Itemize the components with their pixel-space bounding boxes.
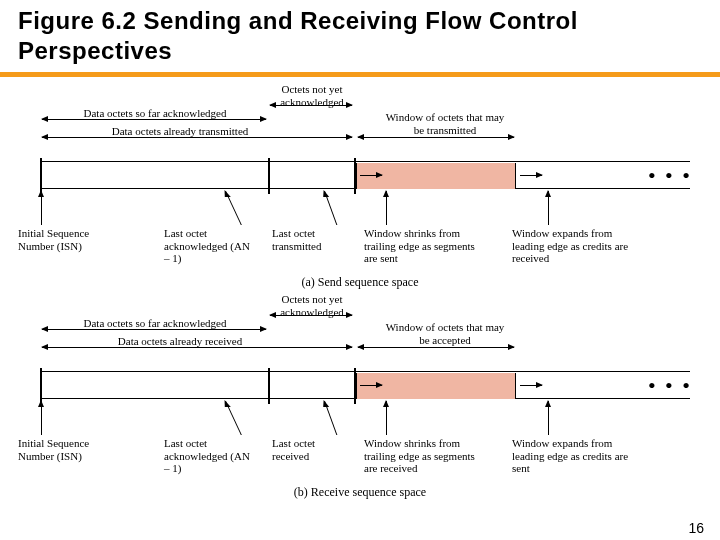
timeline-a: • • • <box>40 161 690 189</box>
tick-lastack-b <box>268 368 270 404</box>
tick-isn-b <box>40 368 42 404</box>
panel-b: • • • Data octets so far acknowledged Da… <box>0 293 720 493</box>
label-ack-b: Data octets so far acknowledged <box>70 317 240 330</box>
range-window-a <box>358 137 514 138</box>
arrow-leading-b <box>520 385 542 386</box>
label-expand-a: Window expands from leading edge as cred… <box>512 227 642 265</box>
label-lasttx-a: Last octet transmitted <box>272 227 348 252</box>
label-shrink-b: Window shrinks from trailing edge as seg… <box>364 437 490 475</box>
leader-lastack-a <box>225 191 242 225</box>
leader-lastack-b <box>225 401 242 435</box>
caption-a: (a) Send sequence space <box>0 275 720 290</box>
label-ack-a: Data octets so far acknowledged <box>70 107 240 120</box>
leader-shrink-b <box>386 401 387 435</box>
page-number: 16 <box>688 520 704 536</box>
title-rule <box>0 72 720 77</box>
leader-lasttx-a <box>324 191 337 225</box>
label-unack-a: Octets not yet acknowledged <box>258 83 366 108</box>
figure-diagram: • • • Data octets so far acknowledged Da… <box>0 83 720 523</box>
label-window-b: Window of octets that may be accepted <box>382 321 508 346</box>
label-tx-a: Data octets already transmitted <box>90 125 270 138</box>
label-shrink-a: Window shrinks from trailing edge as seg… <box>364 227 486 265</box>
tick-lastack <box>268 158 270 194</box>
panel-a: • • • Data octets so far acknowledged Da… <box>0 83 720 283</box>
figure-title: Figure 6.2 Sending and Receiving Flow Co… <box>0 0 720 70</box>
range-window-b <box>358 347 514 348</box>
leader-expand-a <box>548 191 549 225</box>
label-expand-b: Window expands from leading edge as cred… <box>512 437 642 475</box>
label-lastack-a: Last octet acknowledged (AN – 1) <box>164 227 254 265</box>
arrow-trailing-b <box>360 385 382 386</box>
leader-expand-b <box>548 401 549 435</box>
caption-b: (b) Receive sequence space <box>0 485 720 500</box>
label-lastack-b: Last octet acknowledged (AN – 1) <box>164 437 254 475</box>
tick-isn <box>40 158 42 194</box>
ellipsis-a: • • • <box>648 162 692 190</box>
arrow-leading-a <box>520 175 542 176</box>
leader-isn-b <box>41 401 42 435</box>
ellipsis-b: • • • <box>648 372 692 400</box>
label-rx-b: Data octets already received <box>90 335 270 348</box>
label-isn-a: Initial Sequence Number (ISN) <box>18 227 98 252</box>
arrow-trailing-a <box>360 175 382 176</box>
leader-lastrx-b <box>324 401 337 435</box>
leader-isn-a <box>41 191 42 225</box>
label-window-a: Window of octets that may be transmitted <box>382 111 508 136</box>
label-unack-b: Octets not yet acknowledged <box>258 293 366 318</box>
leader-shrink-a <box>386 191 387 225</box>
label-lastrx-b: Last octet received <box>272 437 348 462</box>
timeline-b: • • • <box>40 371 690 399</box>
label-isn-b: Initial Sequence Number (ISN) <box>18 437 98 462</box>
